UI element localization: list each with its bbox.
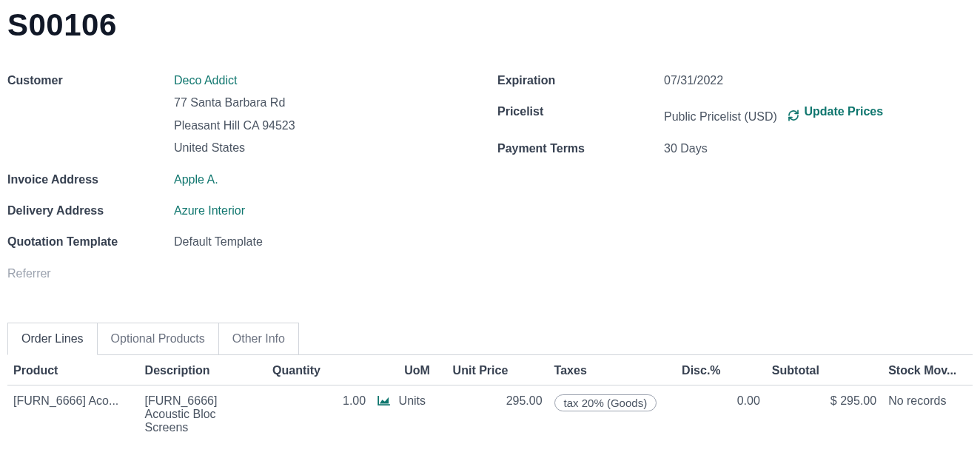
refresh-icon — [788, 107, 799, 118]
table-header-row: Product Description Quantity UoM Unit Pr… — [7, 355, 973, 385]
cell-quantity[interactable]: 1.00 — [266, 385, 372, 444]
cell-product[interactable]: [FURN_6666] Aco... — [7, 385, 139, 444]
invoice-address-value[interactable]: Apple A. — [174, 169, 483, 191]
customer-country: United States — [174, 137, 483, 159]
area-chart-icon[interactable] — [377, 395, 391, 405]
pricelist-value-wrap: Public Pricelist (USD) Update Prices — [664, 101, 973, 129]
cell-uom[interactable]: Units — [372, 385, 446, 444]
left-column: Customer Deco Addict 77 Santa Barbara Rd… — [7, 65, 483, 289]
customer-value[interactable]: Deco Addict 77 Santa Barbara Rd Pleasant… — [174, 70, 483, 160]
col-subtotal[interactable]: Subtotal — [766, 355, 882, 385]
customer-address-line2: Pleasant Hill CA 94523 — [174, 115, 483, 137]
pricelist-value[interactable]: Public Pricelist (USD) — [664, 111, 777, 124]
expiration-label: Expiration — [497, 70, 664, 92]
col-uom[interactable]: UoM — [372, 355, 446, 385]
payment-terms-label: Payment Terms — [497, 138, 664, 160]
cell-unit-price[interactable]: 295.00 — [447, 385, 548, 444]
cell-subtotal: $ 295.00 — [766, 385, 882, 444]
customer-address-line1: 77 Santa Barbara Rd — [174, 92, 483, 114]
cell-stock: No records — [882, 385, 973, 444]
pricelist-label: Pricelist — [497, 101, 664, 123]
cell-uom-text: Units — [399, 394, 426, 407]
expiration-value[interactable]: 07/31/2022 — [664, 70, 973, 92]
payment-terms-value[interactable]: 30 Days — [664, 138, 973, 160]
col-description[interactable]: Description — [139, 355, 267, 385]
customer-label: Customer — [7, 70, 174, 92]
col-disc[interactable]: Disc.% — [676, 355, 766, 385]
update-prices-label: Update Prices — [804, 101, 883, 123]
table-row[interactable]: [FURN_6666] Aco... [FURN_6666] Acoustic … — [7, 385, 973, 444]
col-unit-price[interactable]: Unit Price — [447, 355, 548, 385]
referrer-label: Referrer — [7, 263, 174, 285]
order-lines-table: Product Description Quantity UoM Unit Pr… — [7, 355, 973, 443]
cell-taxes[interactable]: tax 20% (Goods) — [548, 385, 677, 444]
quotation-template-label: Quotation Template — [7, 231, 174, 253]
delivery-address-label: Delivery Address — [7, 200, 174, 222]
tab-optional-products[interactable]: Optional Products — [97, 323, 219, 355]
tabs: Order Lines Optional Products Other Info — [7, 323, 973, 355]
invoice-address-label: Invoice Address — [7, 169, 174, 191]
right-column: Expiration 07/31/2022 Pricelist Public P… — [497, 65, 973, 289]
page-title: S00106 — [7, 7, 973, 43]
customer-name-link[interactable]: Deco Addict — [174, 70, 483, 92]
cell-description[interactable]: [FURN_6666] Acoustic Bloc Screens — [139, 385, 267, 444]
tab-order-lines[interactable]: Order Lines — [7, 323, 98, 355]
col-product[interactable]: Product — [7, 355, 139, 385]
col-taxes[interactable]: Taxes — [548, 355, 677, 385]
tab-other-info[interactable]: Other Info — [218, 323, 299, 355]
delivery-address-value[interactable]: Azure Interior — [174, 200, 483, 222]
update-prices-button[interactable]: Update Prices — [788, 101, 883, 123]
col-stock-mov[interactable]: Stock Mov... — [882, 355, 973, 385]
tax-pill[interactable]: tax 20% (Goods) — [554, 394, 657, 411]
col-quantity[interactable]: Quantity — [266, 355, 372, 385]
quotation-template-value[interactable]: Default Template — [174, 231, 483, 253]
cell-disc[interactable]: 0.00 — [676, 385, 766, 444]
